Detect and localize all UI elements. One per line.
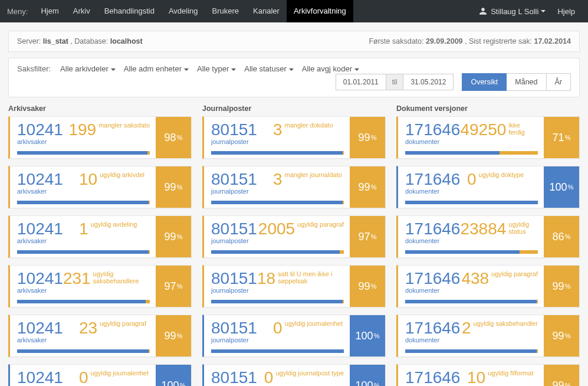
stat-issue: 2005 bbox=[258, 221, 295, 237]
stat-card[interactable]: 10241arkivsaker23ugyldig paragraf99% bbox=[8, 315, 192, 357]
stat-card[interactable]: 80151journalposter18satt til U men ikke … bbox=[202, 265, 386, 308]
stat-total-label: dokumenter bbox=[405, 138, 460, 145]
nav-item-hjem[interactable]: Hjem bbox=[34, 0, 65, 22]
stat-card[interactable]: 80151journalposter2005ugyldig paragraf97… bbox=[202, 215, 386, 258]
user-menu[interactable]: Stillaug L Solli bbox=[473, 7, 551, 16]
progress-bar bbox=[211, 300, 344, 303]
nav-item-behandlingstid[interactable]: Behandlingstid bbox=[97, 0, 162, 22]
stat-total: 10241 bbox=[17, 369, 63, 386]
filter-dropdown-0[interactable]: Alle arkivdeler bbox=[60, 64, 116, 73]
database-label: , Database: bbox=[70, 37, 108, 45]
stat-total: 171646 bbox=[405, 270, 460, 287]
progress-bar bbox=[211, 349, 344, 353]
last-date-label: , Sist registrerte sak: bbox=[465, 37, 532, 45]
nav-item-kanaler[interactable]: Kanaler bbox=[246, 0, 287, 22]
stat-total: 171646 bbox=[405, 369, 460, 386]
stat-percent: 86% bbox=[544, 216, 579, 257]
progress-bar bbox=[17, 201, 150, 204]
progress-bar bbox=[17, 250, 150, 254]
view-toggle-group: OversiktMånedÅr bbox=[462, 73, 571, 91]
stat-card[interactable]: 171646dokumenter49250ikke ferdig71% bbox=[396, 116, 580, 159]
view-btn-oversikt[interactable]: Oversikt bbox=[462, 73, 507, 91]
view-btn-måned[interactable]: Måned bbox=[507, 73, 546, 91]
stat-card[interactable]: 171646dokumenter2ugyldig saksbehandler99… bbox=[396, 315, 580, 357]
stat-issue: 3 bbox=[273, 171, 282, 188]
stat-issue-label: ugyldig journalenhet bbox=[285, 320, 343, 327]
stat-percent: 71% bbox=[544, 117, 579, 158]
filter-dropdown-1[interactable]: Alle adm enheter bbox=[124, 64, 189, 73]
stat-issue-label: ugyldig avdeling bbox=[91, 221, 137, 228]
stat-issue-label: mangler journaldato bbox=[285, 171, 342, 178]
stat-card[interactable]: 80151journalposter0ugyldig journalenhet1… bbox=[202, 315, 386, 357]
stat-percent: 98% bbox=[156, 117, 191, 158]
stat-total-label: journalposter bbox=[211, 138, 257, 145]
stat-percent: 100% bbox=[544, 166, 579, 208]
first-date-value: 29.09.2009 bbox=[426, 37, 463, 45]
date-separator: til bbox=[386, 74, 403, 90]
stat-issue: 438 bbox=[461, 270, 489, 287]
stat-percent: 100% bbox=[350, 315, 385, 356]
stat-issue-label: ugyldig saksbehandler bbox=[474, 320, 538, 327]
date-to-input[interactable] bbox=[403, 74, 454, 90]
column-title: Arkivsaker bbox=[8, 104, 192, 113]
stat-total-label: journalposter bbox=[211, 287, 257, 294]
stat-card[interactable]: 171646dokumenter10ugyldig filformat99% bbox=[396, 364, 580, 386]
stat-issue-label: ugyldig doktype bbox=[479, 171, 524, 178]
nav-item-brukere[interactable]: Brukere bbox=[205, 0, 247, 22]
stat-issue: 2 bbox=[462, 320, 471, 336]
stat-card[interactable]: 10241arkivsaker1ugyldig avdeling99% bbox=[8, 215, 192, 258]
nav-item-arkivforvaltning[interactable]: Arkivforvaltning bbox=[287, 0, 353, 22]
stat-issue: 23884 bbox=[460, 221, 506, 237]
date-from-input[interactable] bbox=[336, 74, 386, 90]
filter-dropdown-2[interactable]: Alle typer bbox=[197, 64, 236, 73]
stat-card[interactable]: 80151journalposter3mangler dokdato99% bbox=[202, 116, 386, 159]
progress-bar bbox=[405, 250, 538, 254]
stat-issue-label: mangler saksdato bbox=[98, 122, 150, 129]
filter-dropdown-3[interactable]: Alle statuser bbox=[244, 64, 294, 73]
stat-total: 10241 bbox=[17, 320, 63, 336]
stat-card[interactable]: 80151journalposter0ugyldig journalpost t… bbox=[202, 364, 386, 386]
filter-bar: Saksfilter: Alle arkivdelerAlle adm enhe… bbox=[8, 58, 580, 97]
stat-total-label: journalposter bbox=[211, 336, 257, 344]
date-range: til OversiktMånedÅr bbox=[336, 73, 571, 91]
progress-bar bbox=[17, 151, 150, 155]
nav-item-avdeling[interactable]: Avdeling bbox=[162, 0, 205, 22]
help-link[interactable]: Hjelp bbox=[551, 7, 581, 16]
filter-dropdown-4[interactable]: Alle avgj koder bbox=[302, 64, 359, 73]
stat-issue-label: ikke ferdig bbox=[508, 122, 538, 136]
stat-percent: 99% bbox=[156, 216, 191, 257]
stat-total-label: arkivsaker bbox=[17, 138, 63, 145]
column-title: Dokument versjoner bbox=[396, 104, 580, 113]
stat-issue: 3 bbox=[273, 122, 282, 138]
chevron-down-icon bbox=[354, 68, 359, 71]
stat-card[interactable]: 10241arkivsaker10ugyldig arkivdel99% bbox=[8, 166, 192, 208]
stat-issue-label: mangler dokdato bbox=[285, 122, 333, 129]
stat-issue-label: ugyldig saksbehandlere bbox=[93, 270, 150, 284]
stat-total: 171646 bbox=[405, 171, 460, 188]
stat-card[interactable]: 171646dokumenter23884ugyldig status86% bbox=[396, 215, 580, 258]
server-label: Server: bbox=[17, 37, 41, 45]
progress-bar bbox=[405, 300, 538, 303]
stat-issue: 18 bbox=[257, 270, 275, 287]
chevron-down-icon bbox=[289, 68, 294, 71]
stat-total: 171646 bbox=[405, 221, 460, 237]
stat-card[interactable]: 10241arkivsaker231ugyldig saksbehandlere… bbox=[8, 265, 192, 308]
stat-percent: 99% bbox=[350, 266, 385, 307]
stat-total-label: dokumenter bbox=[405, 287, 460, 294]
view-btn-år[interactable]: År bbox=[547, 73, 571, 91]
column-1: Journalposter80151journalposter3mangler … bbox=[202, 104, 386, 386]
stat-card[interactable]: 10241arkivsaker0ugyldig journalenhet100% bbox=[8, 364, 192, 386]
user-icon bbox=[479, 7, 487, 15]
stat-total: 171646 bbox=[405, 122, 460, 138]
stat-percent: 97% bbox=[350, 216, 385, 257]
stat-total: 10241 bbox=[17, 171, 63, 188]
stat-issue: 0 bbox=[467, 171, 477, 188]
stat-card[interactable]: 80151journalposter3mangler journaldato99… bbox=[202, 166, 386, 208]
stat-card[interactable]: 171646dokumenter438ugyldig paragraf99% bbox=[396, 265, 580, 308]
stat-card[interactable]: 10241arkivsaker199mangler saksdato98% bbox=[8, 116, 192, 159]
stat-total: 80151 bbox=[211, 369, 257, 386]
stat-card[interactable]: 171646dokumenter0ugyldig doktype100% bbox=[396, 166, 580, 208]
nav-item-arkiv[interactable]: Arkiv bbox=[66, 0, 97, 22]
stat-total-label: dokumenter bbox=[405, 237, 460, 244]
stat-issue: 0 bbox=[79, 369, 88, 386]
